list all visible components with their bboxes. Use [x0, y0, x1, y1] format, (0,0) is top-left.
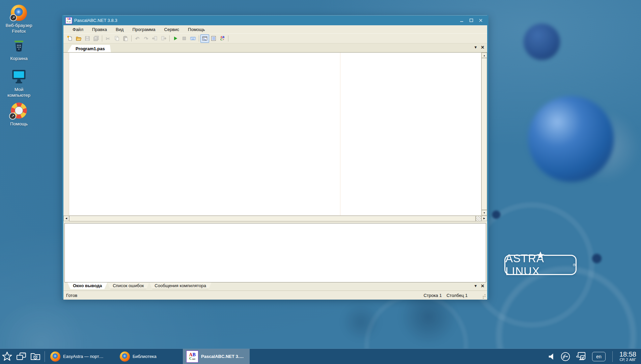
- desktop-icon-trash[interactable]: Корзина: [0, 38, 38, 62]
- navigate-forward-icon: [161, 35, 167, 41]
- scroll-down-button[interactable]: ▼: [481, 210, 487, 215]
- editor-gutter: [63, 53, 69, 215]
- desktop-icon-label: Мой компьютер: [3, 87, 35, 98]
- clock[interactable]: 18:58 СР, 2 АВГ: [619, 351, 636, 362]
- close-icon: [478, 18, 483, 23]
- status-column: Столбец 1: [446, 293, 468, 298]
- code-editor[interactable]: [69, 53, 481, 215]
- clock-time: 18:58: [619, 351, 636, 358]
- toolbar-separator: [169, 35, 170, 41]
- minimize-icon: [459, 18, 464, 23]
- new-file-button[interactable]: [65, 34, 74, 43]
- scroll-up-button[interactable]: ▲: [481, 53, 487, 58]
- paste-button[interactable]: [121, 34, 130, 43]
- editor-tab-strip: Program1.pas ▼ ✕: [63, 43, 487, 52]
- scroll-right-button[interactable]: ▶: [481, 216, 487, 221]
- horizontal-scroll-thumb[interactable]: [69, 216, 476, 221]
- tab-compiler-messages[interactable]: Сообщения компилятора: [149, 282, 212, 289]
- copy-button[interactable]: [112, 34, 121, 43]
- close-button[interactable]: [477, 17, 484, 24]
- registered-mark: ®: [573, 263, 576, 267]
- abc-template-button[interactable]: AB C+: [218, 34, 227, 43]
- tab-label: Список ошибок: [113, 283, 144, 288]
- menu-help[interactable]: Помощь: [184, 26, 209, 33]
- structure-window-button[interactable]: [209, 34, 218, 43]
- clock-date: СР, 2 АВГ: [619, 358, 636, 362]
- wallpaper-sphere-large: [528, 96, 614, 182]
- save-icon: [84, 35, 90, 41]
- tab-program1[interactable]: Program1.pas: [67, 45, 111, 52]
- desktop-icon-my-computer[interactable]: Мой компьютер: [0, 68, 38, 98]
- desktop-icon-label: Корзина: [3, 56, 35, 62]
- open-file-button[interactable]: [74, 34, 83, 43]
- editor-area: ▲ ▼: [63, 53, 487, 215]
- desktop-icon-help[interactable]: ↗ Помощь: [0, 102, 38, 127]
- usb-icon: [560, 352, 570, 362]
- run-button[interactable]: [171, 34, 180, 43]
- minimize-button[interactable]: [458, 17, 466, 24]
- undo-icon: ↶: [135, 36, 140, 41]
- desktop: ASTRA LINUX® ↗ Веб-браузер Firefox: [0, 0, 641, 364]
- open-folder-icon: [76, 35, 82, 41]
- keyboard-input-button[interactable]: [189, 34, 197, 43]
- tab-close-button[interactable]: ✕: [481, 45, 484, 50]
- navigate-forward-button[interactable]: [159, 34, 168, 43]
- desktop-icon-firefox[interactable]: ↗ Веб-браузер Firefox: [0, 5, 38, 34]
- maximize-button[interactable]: [468, 17, 475, 24]
- resize-grip[interactable]: [482, 293, 486, 297]
- tab-output-window[interactable]: Окно вывода: [67, 282, 107, 289]
- monitors-check-icon: [575, 351, 587, 362]
- star-icon: [2, 351, 12, 362]
- task-library[interactable]: Библиотека: [116, 349, 169, 364]
- console-window-toggle[interactable]: [200, 34, 209, 43]
- vertical-scroll-thumb[interactable]: [481, 58, 487, 210]
- scheduler-folder-button[interactable]: [28, 349, 43, 364]
- cut-button[interactable]: ✂: [104, 34, 112, 43]
- wallpaper-sphere-small: [524, 24, 560, 60]
- scroll-left-button[interactable]: ◀: [63, 216, 69, 221]
- new-file-icon: [67, 35, 73, 41]
- usb-devices-button[interactable]: [560, 352, 570, 362]
- console-window-icon: [202, 35, 208, 41]
- pascalabc-app-icon: AB C.net: [65, 17, 72, 24]
- keyboard-layout-indicator[interactable]: en: [592, 352, 606, 361]
- tab-list-dropdown-button[interactable]: ▼: [474, 46, 477, 49]
- save-all-button[interactable]: [92, 34, 101, 43]
- menu-view[interactable]: Вид: [111, 26, 128, 33]
- output-close-button[interactable]: ✕: [481, 284, 484, 288]
- editor-horizontal-scrollbar[interactable]: ◀ ▶: [63, 215, 487, 221]
- task-easyastra[interactable]: EasyAstra — порт…: [47, 349, 111, 364]
- task-pascalabc[interactable]: AB C.net PascalABC.NET 3.…: [183, 349, 250, 364]
- save-button[interactable]: [83, 34, 92, 43]
- navigate-back-button[interactable]: [150, 34, 159, 43]
- maximize-icon: [469, 18, 474, 23]
- astra-star-icon: [535, 250, 546, 261]
- menu-service[interactable]: Сервис: [160, 26, 184, 33]
- stop-button[interactable]: [180, 34, 189, 43]
- window-list-button[interactable]: [14, 349, 28, 364]
- menu-edit[interactable]: Правка: [88, 26, 111, 33]
- pascalabc-window: AB C.net PascalABC.NET 3.8.3 Файл Правка…: [62, 15, 489, 299]
- taskbar-separator: [612, 351, 613, 362]
- output-panel: [64, 223, 486, 282]
- abc-template-icon: AB C+: [220, 36, 225, 41]
- astra-linux-logo: ASTRA LINUX®: [504, 255, 577, 275]
- volume-button[interactable]: [548, 353, 556, 361]
- start-menu-button[interactable]: [0, 349, 14, 364]
- scrollbar-corner-grip: [476, 216, 481, 221]
- firefox-icon: [120, 352, 130, 362]
- menu-program[interactable]: Программа: [128, 26, 160, 33]
- speaker-icon: [548, 353, 556, 361]
- editor-vertical-scrollbar[interactable]: ▲ ▼: [481, 53, 487, 215]
- toolbar-separator: [199, 35, 199, 41]
- editor-right-margin-line: [340, 53, 340, 215]
- undo-button[interactable]: ↶: [133, 34, 142, 43]
- menu-file[interactable]: Файл: [68, 26, 88, 33]
- display-network-button[interactable]: [575, 351, 587, 362]
- tab-error-list[interactable]: Список ошибок: [107, 282, 149, 289]
- redo-button[interactable]: ↷: [142, 34, 150, 43]
- menu-bar: Файл Правка Вид Программа Сервис Помощь: [63, 25, 487, 33]
- window-titlebar[interactable]: AB C.net PascalABC.NET 3.8.3: [63, 15, 487, 25]
- firefox-icon: [50, 352, 60, 362]
- output-tab-dropdown-button[interactable]: ▼: [474, 284, 477, 288]
